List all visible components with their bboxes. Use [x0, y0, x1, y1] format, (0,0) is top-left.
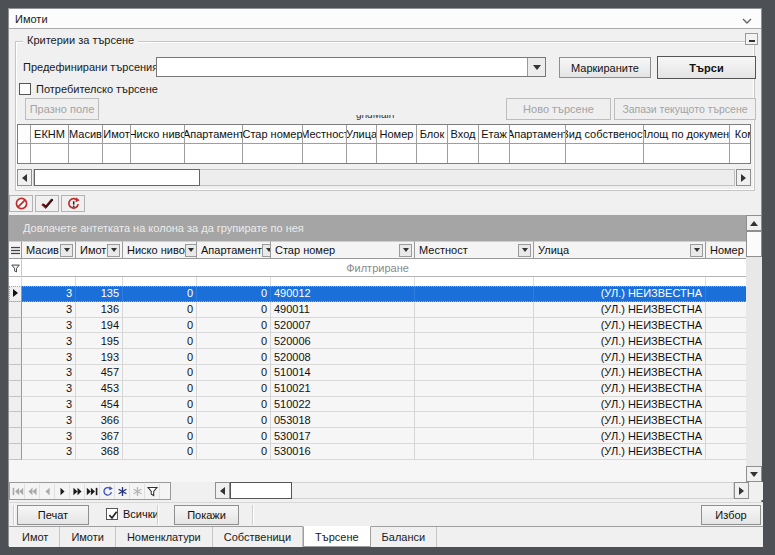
- scroll-left-button[interactable]: [215, 482, 230, 499]
- table-row[interactable]: 345700510014(УЛ.) НЕИЗВЕСТНА: [9, 365, 746, 381]
- grid-cell[interactable]: [706, 302, 746, 318]
- grid-cell[interactable]: 3: [22, 286, 76, 302]
- grid-cell[interactable]: [415, 397, 534, 413]
- grid-cell[interactable]: [415, 318, 534, 334]
- scroll-down-button[interactable]: [746, 466, 762, 482]
- criteria-empty-cell[interactable]: [243, 144, 303, 163]
- grid-cell[interactable]: (УЛ.) НЕИЗВЕСТНА: [534, 286, 706, 302]
- row-indicator-cell[interactable]: [9, 444, 22, 460]
- column-filter-dropdown-button[interactable]: [518, 244, 531, 257]
- criteria-column-header[interactable]: Ниско ниво: [131, 125, 185, 144]
- marked-button[interactable]: Маркираните: [559, 57, 651, 78]
- grid-cell[interactable]: 368: [76, 444, 123, 460]
- grid-cell[interactable]: [415, 349, 534, 365]
- nav-new-icon[interactable]: [115, 484, 130, 499]
- grid-cell[interactable]: 0: [197, 444, 271, 460]
- nav-last-icon[interactable]: [85, 484, 100, 499]
- criteria-column-header[interactable]: Номер: [377, 125, 417, 144]
- grid-column-header[interactable]: Имот: [76, 241, 123, 259]
- grid-cell[interactable]: 0: [197, 318, 271, 334]
- table-row[interactable]: 319300520008(УЛ.) НЕИЗВЕСТНА: [9, 349, 746, 365]
- apply-check-icon[interactable]: [35, 195, 59, 212]
- grid-cell[interactable]: 520008: [271, 349, 415, 365]
- grid-cell[interactable]: 0: [197, 412, 271, 428]
- criteria-h-scrollbar[interactable]: [17, 169, 751, 186]
- grid-cell[interactable]: 457: [76, 365, 123, 381]
- grid-cell[interactable]: 0: [197, 381, 271, 397]
- scrollbar-thumb[interactable]: [230, 482, 292, 499]
- criteria-column-header[interactable]: Площ по документ: [644, 125, 730, 144]
- grid-cell[interactable]: [415, 444, 534, 460]
- nav-filter-icon[interactable]: [145, 484, 160, 499]
- row-indicator-icon[interactable]: [9, 286, 22, 302]
- table-row[interactable]: 345300510021(УЛ.) НЕИЗВЕСТНА: [9, 381, 746, 397]
- criteria-empty-cell[interactable]: [448, 144, 479, 163]
- criteria-column-header[interactable]: Вход: [448, 125, 479, 144]
- grid-cell[interactable]: [706, 318, 746, 334]
- refresh-icon[interactable]: [61, 195, 85, 212]
- grid-cell[interactable]: 193: [76, 349, 123, 365]
- grid-cell[interactable]: [706, 444, 746, 460]
- criteria-column-header[interactable]: Масив: [69, 125, 103, 144]
- table-row[interactable]: 313500490012(УЛ.) НЕИЗВЕСТНА: [9, 286, 746, 302]
- column-filter-dropdown-button[interactable]: [690, 244, 703, 257]
- grid-cell[interactable]: 3: [22, 333, 76, 349]
- grid-cell[interactable]: 0: [123, 318, 197, 334]
- row-indicator-cell[interactable]: [9, 365, 22, 381]
- grid-column-header[interactable]: Улица: [534, 241, 706, 259]
- criteria-column-header[interactable]: ЕКНМ: [31, 125, 69, 144]
- grid-cell[interactable]: (УЛ.) НЕИЗВЕСТНА: [534, 349, 706, 365]
- grid-cell[interactable]: (УЛ.) НЕИЗВЕСТНА: [534, 365, 706, 381]
- grid-cell[interactable]: [415, 412, 534, 428]
- checkbox-checked-icon[interactable]: [106, 508, 118, 520]
- criteria-column-header[interactable]: Стар номер: [243, 125, 303, 144]
- scroll-left-button[interactable]: [17, 169, 32, 186]
- grid-cell[interactable]: 520007: [271, 318, 415, 334]
- grid-column-header[interactable]: Местност: [415, 241, 534, 259]
- grid-column-header[interactable]: Масив: [22, 241, 76, 259]
- nav-refresh-icon[interactable]: [100, 484, 115, 499]
- grid-cell[interactable]: 3: [22, 397, 76, 413]
- grid-cell[interactable]: 3: [22, 302, 76, 318]
- grid-cell[interactable]: 053018: [271, 412, 415, 428]
- search-button[interactable]: Търси: [657, 56, 756, 79]
- tab-имот[interactable]: Имот: [11, 527, 60, 547]
- grid-cell[interactable]: [415, 428, 534, 444]
- tab-баланси[interactable]: Баланси: [371, 527, 438, 547]
- grid-cell[interactable]: 195: [76, 333, 123, 349]
- row-indicator-cell[interactable]: [9, 397, 22, 413]
- grid-cell[interactable]: 454: [76, 397, 123, 413]
- grid-cell[interactable]: 0: [123, 302, 197, 318]
- grid-cell[interactable]: 3: [22, 444, 76, 460]
- all-checkbox[interactable]: Всички: [106, 508, 159, 520]
- grid-cell[interactable]: 0: [197, 349, 271, 365]
- column-filter-dropdown-button[interactable]: [399, 244, 412, 257]
- grid-cell[interactable]: [706, 365, 746, 381]
- grid-cell[interactable]: 0: [197, 333, 271, 349]
- column-filter-dropdown-button[interactable]: [107, 244, 120, 257]
- combo-dropdown-button[interactable]: [527, 58, 545, 76]
- grid-cell[interactable]: 0: [197, 302, 271, 318]
- nav-new-disabled-icon[interactable]: [130, 484, 145, 499]
- grid-cell[interactable]: 3: [22, 349, 76, 365]
- grid-cell[interactable]: 490012: [271, 286, 415, 302]
- nav-first-icon[interactable]: [10, 484, 25, 499]
- grid-cell[interactable]: (УЛ.) НЕИЗВЕСТНА: [534, 333, 706, 349]
- checkbox-unchecked-icon[interactable]: [19, 83, 31, 95]
- grid-cell[interactable]: 0: [123, 397, 197, 413]
- row-indicator-cell[interactable]: [9, 302, 22, 318]
- grid-cell[interactable]: [415, 365, 534, 381]
- grid-cell[interactable]: (УЛ.) НЕИЗВЕСТНА: [534, 397, 706, 413]
- tab-собственици[interactable]: Собственици: [213, 527, 303, 547]
- save-current-search-button[interactable]: Запази текущото търсене: [614, 98, 756, 120]
- grid-cell[interactable]: 520006: [271, 333, 415, 349]
- criteria-empty-cell[interactable]: [103, 144, 131, 163]
- grid-cell[interactable]: (УЛ.) НЕИЗВЕСТНА: [534, 381, 706, 397]
- scroll-right-button[interactable]: [734, 482, 749, 499]
- column-filter-dropdown-button[interactable]: [185, 244, 197, 257]
- group-by-band[interactable]: Довлачете антетката на колона за да груп…: [9, 215, 746, 241]
- empty-field-button[interactable]: Празно поле: [25, 98, 99, 120]
- grid-cell[interactable]: 135: [76, 286, 123, 302]
- grid-cell[interactable]: (УЛ.) НЕИЗВЕСТНА: [534, 302, 706, 318]
- cancel-icon[interactable]: [9, 195, 33, 212]
